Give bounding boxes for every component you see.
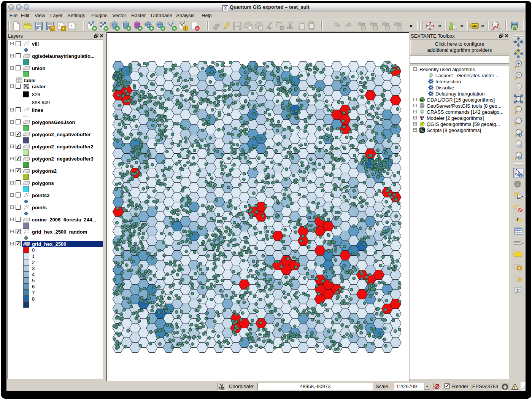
svg-text:1:1: 1:1 bbox=[517, 85, 521, 88]
svg-text:GDAL: GDAL bbox=[419, 99, 424, 101]
svg-text:T: T bbox=[516, 288, 519, 293]
svg-text:abc: abc bbox=[472, 24, 478, 28]
